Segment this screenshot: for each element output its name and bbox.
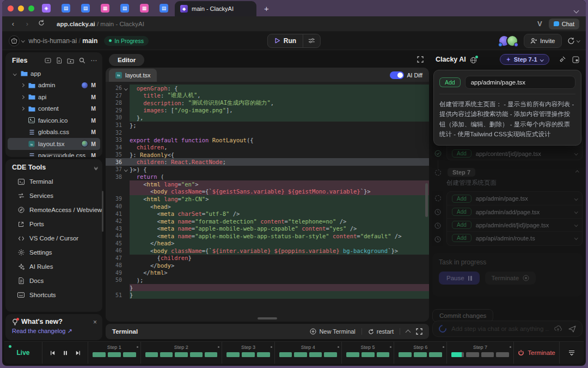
step-cell-step-4[interactable]: Step 4 — [275, 342, 342, 364]
pinned-tab[interactable]: ▤ — [81, 4, 90, 13]
step-cell-step-6[interactable]: Step 6 — [394, 342, 447, 364]
window-controls[interactable] — [8, 5, 34, 11]
close-window-button[interactable] — [8, 5, 14, 11]
file-tree-item-favicon.ico[interactable]: favicon.ico M — [8, 114, 100, 126]
tool-item-remote[interactable]: RemoteAccess / Webview — [5, 203, 102, 217]
chevron-down-icon[interactable] — [574, 210, 578, 213]
breadcrumb[interactable]: who-is-human-ai / main — [29, 37, 98, 45]
globe-icon[interactable] — [470, 56, 477, 63]
ai-diff-toggle[interactable] — [390, 71, 404, 79]
run-options-button[interactable] — [303, 34, 320, 47]
pinned-tab[interactable]: ◈ — [42, 4, 51, 13]
step-cell-step-7[interactable]: Step 7 — [447, 342, 514, 364]
pinned-tab[interactable]: ▦ — [101, 4, 109, 13]
project-chevron-icon[interactable] — [21, 39, 24, 42]
new-tab-button[interactable]: + — [264, 4, 269, 13]
live-indicator[interactable]: Live — [4, 342, 42, 364]
tool-item-terminal[interactable]: Terminal — [5, 174, 102, 189]
browser-chat-button[interactable]: Chat — [549, 19, 579, 29]
collapse-terminal-icon[interactable] — [406, 330, 411, 335]
send-icon[interactable] — [568, 325, 576, 333]
panel-layout-icon[interactable] — [572, 56, 579, 63]
step-cell-step-1[interactable]: Step 1 — [88, 342, 141, 364]
skip-back-icon[interactable] — [50, 350, 56, 356]
minimize-window-button[interactable] — [18, 5, 24, 11]
collapse-folders-icon[interactable] — [45, 57, 51, 64]
editor-vertical-scrollbar[interactable] — [425, 183, 428, 217]
zoom-window-button[interactable] — [28, 5, 34, 11]
changelog-link[interactable]: Read the changelog — [12, 328, 72, 335]
task-row[interactable]: Add app/admin/page.tsx — [447, 192, 582, 205]
file-tree-item-admin[interactable]: admin M — [8, 80, 100, 92]
pause-button[interactable]: Pause — [439, 272, 480, 285]
steps-progress-track[interactable]: Step 1 Step 2 Step 3 Step 4 Step 5 Step … — [88, 342, 514, 364]
task-row[interactable]: Add app/api/admin/route.ts — [447, 231, 582, 244]
chevron-down-icon[interactable] — [574, 152, 578, 155]
chevron-down-icon[interactable] — [574, 197, 578, 200]
expand-terminal-icon[interactable] — [416, 328, 422, 335]
project-logo-icon[interactable] — [9, 35, 20, 46]
skip-forward-icon[interactable] — [75, 350, 81, 356]
reload-icon[interactable] — [37, 20, 46, 28]
file-tree-item-layout.tsx[interactable]: ts layout.tsx M — [8, 138, 100, 150]
run-button[interactable]: Run — [268, 34, 303, 47]
step-cell-step-5[interactable]: Step 5 — [342, 342, 395, 364]
clean-broom-icon[interactable] — [559, 56, 566, 63]
more-icon[interactable]: ⋯ — [90, 57, 97, 64]
tool-item-vscode[interactable]: VS Code / Cursor — [5, 231, 102, 245]
task-row[interactable]: Add app/admin/edit/[id]/page.tsx — [447, 218, 582, 231]
step-cell-step-2[interactable]: Step 2 — [141, 342, 223, 364]
terminate-button[interactable]: Terminate — [514, 342, 560, 364]
collaborator-avatars[interactable] — [498, 35, 518, 47]
forward-icon[interactable]: › — [23, 20, 32, 28]
terminate-task-button[interactable]: Terminate — [485, 272, 536, 285]
upload-cloud-icon[interactable] — [554, 325, 562, 332]
history-menu-button[interactable] — [567, 37, 580, 45]
tool-item-services[interactable]: Services — [5, 189, 102, 203]
tool-item-shortcuts[interactable]: Shortcuts — [5, 288, 102, 302]
tool-item-docs[interactable]: Docs — [5, 274, 102, 288]
expand-editor-icon[interactable] — [417, 55, 424, 65]
new-folder-icon[interactable] — [67, 58, 74, 64]
file-tree-item-globals.css[interactable]: globals.css M — [8, 126, 100, 138]
chevron-up-icon[interactable] — [575, 171, 579, 174]
code-editor[interactable]: 26 openGraph: { 27 title: "谁是人机", 28 des… — [106, 82, 429, 322]
close-icon[interactable]: × — [93, 318, 97, 326]
tool-item-airules[interactable]: AI Rules — [5, 260, 102, 274]
chevron-down-icon[interactable] — [574, 236, 578, 239]
chat-input[interactable]: Add step via chat or ask anything ... — [432, 321, 583, 337]
editor-panel-tab[interactable]: Editor — [109, 54, 144, 66]
popover-file-field[interactable]: app/admin/page.tsx — [465, 76, 575, 89]
sidebar-scrollbar[interactable] — [102, 191, 103, 232]
file-tree-item-api[interactable]: api M — [8, 91, 100, 103]
address-bar[interactable]: app.clacky.ai / main - ClackyAI — [57, 21, 144, 27]
file-tree-item-content[interactable]: content M — [8, 103, 100, 115]
task-row[interactable]: Add app/admin/add/page.tsx — [447, 205, 582, 218]
file-tab-layout-tsx[interactable]: ts layout.tsx — [109, 69, 157, 82]
task-row[interactable]: Add app/content/[id]/page.tsx — [447, 147, 582, 160]
pinned-tab[interactable]: ▤ — [120, 4, 129, 13]
editor-horizontal-scrollbar[interactable] — [258, 317, 277, 319]
collapse-steps-button[interactable] — [560, 342, 584, 364]
new-terminal-button[interactable]: New Terminal — [310, 328, 355, 335]
step-cell-step-3[interactable]: Step 3 — [222, 342, 275, 364]
active-tab[interactable]: ◆ main - ClackyAI — [175, 1, 256, 16]
step-group-header[interactable]: Step 7 — [432, 168, 583, 177]
pinned-tab[interactable]: ▤ — [62, 4, 70, 13]
chevron-down-icon[interactable] — [574, 223, 578, 226]
extension-v-icon[interactable]: V — [537, 20, 542, 28]
pinned-tab[interactable]: ▤ — [160, 4, 168, 13]
new-file-icon[interactable] — [56, 57, 62, 64]
search-icon[interactable] — [79, 57, 85, 64]
collapse-panel-icon[interactable] — [95, 166, 97, 170]
step-selector-button[interactable]: Step 7-1 — [500, 54, 549, 65]
pause-icon[interactable] — [63, 350, 68, 356]
tool-item-settings[interactable]: Settings — [5, 245, 102, 260]
back-icon[interactable]: ‹ — [9, 20, 17, 28]
tool-item-ports[interactable]: Ports — [5, 217, 102, 231]
invite-button[interactable]: Invite — [524, 34, 562, 48]
pinned-tab[interactable]: ▦ — [140, 4, 149, 13]
files-scrollbar[interactable] — [46, 154, 62, 156]
restart-button[interactable]: restart — [368, 328, 394, 335]
tab-overflow-chevron-icon[interactable] — [574, 5, 578, 15]
